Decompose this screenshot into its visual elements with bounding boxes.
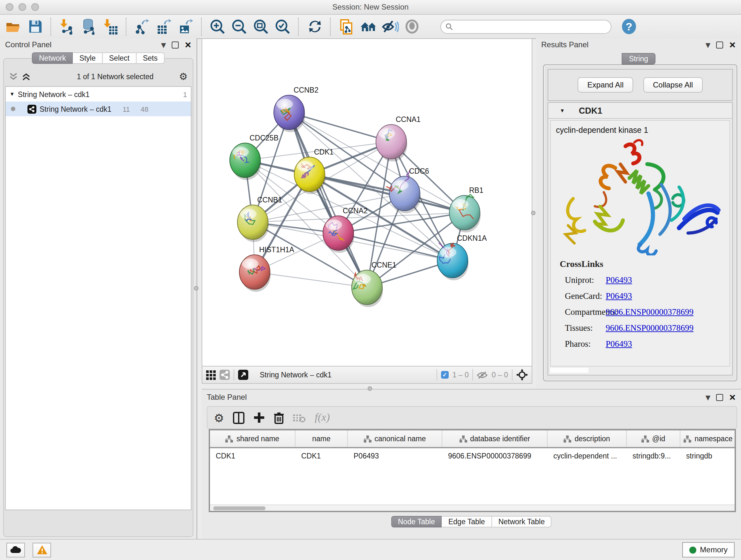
left-splitter-handle[interactable] bbox=[194, 286, 199, 291]
node-HIST1H1A[interactable]: HIST1H1A bbox=[239, 246, 294, 292]
table-options-gear-icon[interactable]: ⚙ bbox=[214, 411, 224, 424]
show-all-button[interactable] bbox=[402, 17, 421, 36]
tab-network[interactable]: Network bbox=[32, 52, 73, 64]
collapse-all-icon[interactable] bbox=[9, 73, 18, 80]
tab-string[interactable]: String bbox=[622, 53, 655, 64]
grid-view-icon[interactable] bbox=[206, 370, 216, 380]
close-panel-icon[interactable]: ✕ bbox=[185, 40, 192, 50]
table-cell[interactable]: P06493 bbox=[348, 452, 442, 460]
crosslink-link[interactable]: P06493 bbox=[606, 291, 632, 301]
zoom-out-button[interactable] bbox=[230, 17, 249, 36]
float-panel-icon[interactable] bbox=[716, 41, 723, 48]
refresh-button[interactable] bbox=[305, 17, 324, 36]
add-column-icon[interactable] bbox=[253, 412, 265, 423]
entry-scrollbar[interactable] bbox=[550, 368, 589, 373]
tab-style[interactable]: Style bbox=[73, 52, 103, 64]
table-row[interactable]: CDK1CDK1P064939606.ENSP00000378699cyclin… bbox=[210, 448, 735, 463]
crosslink-link[interactable]: P06493 bbox=[606, 275, 632, 286]
expand-all-icon[interactable] bbox=[22, 73, 30, 80]
warnings-button[interactable] bbox=[32, 543, 51, 557]
bottom-splitter-handle[interactable] bbox=[367, 386, 372, 391]
hide-selected-button[interactable] bbox=[381, 17, 400, 36]
zoom-in-button[interactable] bbox=[208, 17, 227, 36]
export-image-button[interactable] bbox=[176, 17, 195, 36]
delete-column-icon[interactable] bbox=[274, 412, 284, 424]
network-tab-content: 1 of 1 Network selected ⚙ ▼ String Netwo… bbox=[3, 58, 193, 537]
birdseye-view-icon[interactable] bbox=[238, 370, 248, 380]
network-options-gear-icon[interactable]: ⚙ bbox=[179, 71, 188, 82]
collapse-panel-icon[interactable]: ▼ bbox=[705, 394, 711, 401]
network-share-icon[interactable] bbox=[219, 370, 230, 380]
edge-HIST1H1A-CCNE1[interactable] bbox=[255, 272, 367, 287]
close-panel-icon[interactable]: ✕ bbox=[729, 40, 736, 50]
import-table-file-button[interactable] bbox=[101, 17, 120, 36]
tab-sets[interactable]: Sets bbox=[137, 52, 165, 64]
table-horizontal-scrollbar[interactable] bbox=[210, 504, 735, 511]
column-header-description[interactable]: description bbox=[548, 430, 627, 447]
hidden-eye-icon[interactable] bbox=[477, 371, 488, 379]
delete-table-icon[interactable] bbox=[293, 413, 306, 422]
cloud-status-button[interactable] bbox=[6, 543, 25, 557]
node-CDK1[interactable]: CDK1 bbox=[294, 148, 333, 194]
close-panel-icon[interactable]: ✕ bbox=[729, 392, 736, 402]
save-session-button[interactable] bbox=[25, 17, 45, 36]
float-panel-icon[interactable] bbox=[716, 394, 723, 401]
column-header-namespace[interactable]: namespace bbox=[680, 430, 736, 447]
collapse-entry-icon[interactable]: ▼ bbox=[560, 108, 565, 113]
export-table-button[interactable] bbox=[154, 17, 174, 36]
edge-count: 48 bbox=[133, 105, 148, 113]
zoom-selected-button[interactable] bbox=[273, 17, 292, 36]
float-panel-icon[interactable] bbox=[172, 41, 179, 48]
first-neighbors-button[interactable] bbox=[359, 17, 378, 36]
table-cell[interactable]: 9606.ENSP00000378699 bbox=[442, 452, 548, 460]
node-CCNA1[interactable]: CCNA1 bbox=[376, 115, 421, 162]
scrollbar-thumb[interactable] bbox=[213, 506, 266, 510]
table-cell[interactable]: CDK1 bbox=[295, 452, 348, 460]
crosslink-link[interactable]: P06493 bbox=[606, 339, 632, 349]
column-header-canonical-name[interactable]: canonical name bbox=[348, 430, 442, 447]
show-columns-icon[interactable] bbox=[233, 412, 245, 424]
function-builder-icon[interactable]: f(x) bbox=[315, 411, 330, 424]
network-row-selected[interactable]: String Network – cdk1 11 48 bbox=[6, 102, 191, 116]
crosslink-link[interactable]: 9606.ENSP00000378699 bbox=[606, 323, 693, 333]
tab-edge-table[interactable]: Edge Table bbox=[442, 516, 492, 527]
fit-content-crosshair-icon[interactable] bbox=[516, 369, 528, 381]
column-header-shared-name[interactable]: shared name bbox=[210, 430, 295, 447]
import-network-file-button[interactable] bbox=[57, 17, 77, 36]
table-cell[interactable]: cyclin-dependent ... bbox=[548, 452, 627, 460]
table-cell[interactable]: stringdb:9... bbox=[627, 452, 680, 460]
new-network-from-selection-button[interactable] bbox=[337, 17, 356, 36]
tab-network-table[interactable]: Network Table bbox=[492, 516, 552, 527]
selected-checkbox[interactable]: ✓ bbox=[441, 371, 449, 379]
collapse-panel-icon[interactable]: ▼ bbox=[705, 41, 711, 48]
collapse-panel-icon[interactable]: ▼ bbox=[161, 41, 166, 48]
network-canvas[interactable]: CCNB2CCNA1CDC25BCDK1CDC6RB1CCNB1CCNA2CDK… bbox=[202, 38, 532, 367]
column-header-database-identifier[interactable]: database identifier bbox=[442, 430, 548, 447]
zoom-fit-button[interactable] bbox=[252, 17, 271, 36]
column-header--id[interactable]: @id bbox=[627, 430, 680, 447]
edge-CCNB2-CCNE1[interactable] bbox=[289, 112, 367, 287]
network-collection-row[interactable]: ▼ String Network – cdk1 1 bbox=[6, 87, 191, 102]
expand-all-button[interactable]: Expand All bbox=[578, 77, 633, 92]
search-input[interactable] bbox=[456, 22, 606, 31]
help-button[interactable]: ? bbox=[619, 17, 638, 36]
tab-select[interactable]: Select bbox=[103, 52, 137, 64]
table-cell[interactable]: CDK1 bbox=[210, 452, 295, 460]
table-cell[interactable]: stringdb bbox=[680, 452, 736, 460]
import-network-database-button[interactable] bbox=[79, 17, 98, 36]
column-header-name[interactable]: name bbox=[295, 430, 348, 447]
crosslink-link[interactable]: 9606.ENSP00000378699 bbox=[606, 307, 693, 317]
node-CDKN1A[interactable]: CDKN1A bbox=[437, 234, 487, 280]
search-field[interactable] bbox=[441, 19, 611, 34]
memory-button[interactable]: Memory bbox=[682, 542, 735, 557]
table-toolbar: ⚙ f(x) bbox=[207, 406, 737, 429]
gene-entry-header[interactable]: ▼ CDK1 bbox=[548, 103, 732, 119]
right-splitter-handle[interactable] bbox=[531, 211, 536, 215]
collapse-all-button[interactable]: Collapse All bbox=[643, 77, 702, 92]
tab-node-table[interactable]: Node Table bbox=[391, 516, 442, 527]
node-RB1[interactable]: RB1 bbox=[449, 186, 483, 233]
open-session-button[interactable] bbox=[4, 17, 23, 36]
crosslinks-title: CrossLinks bbox=[560, 259, 730, 269]
export-network-button[interactable] bbox=[133, 17, 152, 36]
tree-expand-icon[interactable]: ▼ bbox=[10, 91, 15, 97]
